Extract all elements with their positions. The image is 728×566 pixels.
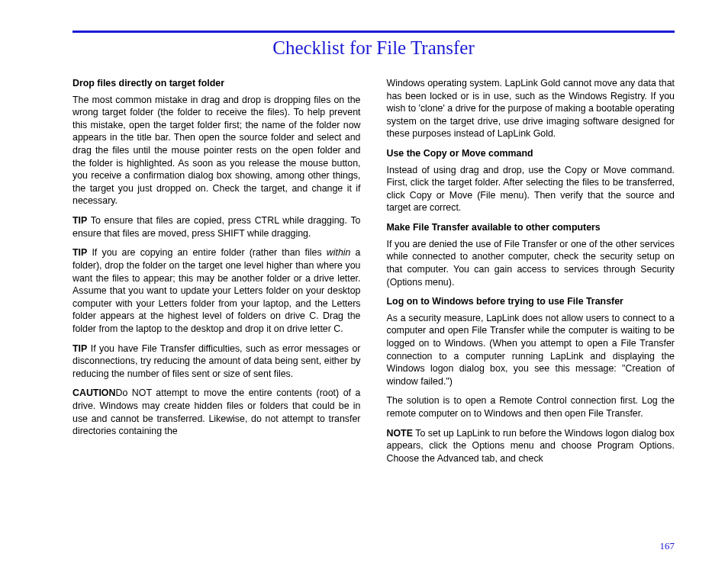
note-paragraph: NOTE To set up LapLink to run before the… — [387, 427, 675, 465]
caution-paragraph: CAUTIONDo NOT attempt to move the entire… — [72, 387, 361, 437]
tip-label: TIP — [72, 215, 87, 226]
body-text: Instead of using drag and drop, use the … — [387, 164, 675, 214]
italic-text: within — [327, 247, 351, 258]
body-text: If you are denied the use of File Transf… — [387, 238, 675, 288]
note-label: NOTE — [387, 428, 413, 439]
body-text: As a security measure, LapLink does not … — [387, 312, 675, 388]
tip-text: If you are copying an entire folder (rat… — [87, 247, 326, 258]
tip-label: TIP — [72, 343, 87, 354]
note-text: To set up LapLink to run before the Wind… — [387, 428, 675, 464]
left-column: Drop files directly on target folder The… — [72, 77, 361, 471]
tip-text: a folder), drop the folder on the target… — [72, 247, 361, 334]
section-heading: Make File Transfer available to other co… — [387, 221, 675, 234]
tip-label: TIP — [72, 247, 87, 258]
document-page: Checklist for File Transfer Drop files d… — [0, 0, 728, 566]
tip-text: To ensure that files are copied, press C… — [72, 215, 361, 239]
right-column: Windows operating system. LapLink Gold c… — [387, 77, 675, 471]
tip-paragraph: TIP If you are copying an entire folder … — [72, 246, 361, 335]
header-rule — [72, 31, 675, 33]
tip-paragraph: TIP To ensure that files are copied, pre… — [72, 214, 361, 240]
body-text: The solution is to open a Remote Control… — [387, 394, 675, 420]
section-heading: Log on to Windows before trying to use F… — [387, 295, 675, 308]
page-number: 167 — [660, 540, 675, 552]
content-columns: Drop files directly on target folder The… — [72, 77, 675, 471]
page-title: Checklist for File Transfer — [72, 37, 675, 59]
body-text: Windows operating system. LapLink Gold c… — [387, 77, 675, 140]
caution-text: Do NOT attempt to move the entire conten… — [72, 388, 361, 436]
section-heading: Drop files directly on target folder — [72, 77, 361, 90]
tip-text: If you have File Transfer difficulties, … — [72, 343, 361, 379]
section-heading: Use the Copy or Move command — [387, 147, 675, 160]
caution-label: CAUTION — [72, 388, 115, 398]
tip-paragraph: TIP If you have File Transfer difficulti… — [72, 342, 361, 381]
body-text: The most common mistake in drag and drop… — [72, 94, 361, 207]
